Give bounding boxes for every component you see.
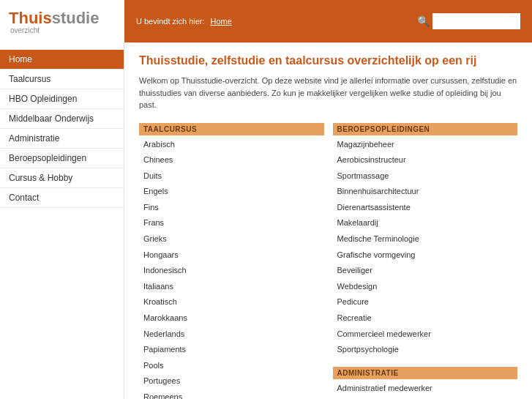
section-header: TAALCURSUS (139, 123, 324, 135)
list-item[interactable]: Administratief medewerker (333, 381, 518, 397)
logo-sub: overzicht (10, 26, 99, 34)
page-title: Thuisstudie, zelfstudie en taalcursus ov… (139, 54, 517, 67)
search-input[interactable] (432, 13, 520, 29)
columns: TAALCURSUSArabischChineesDuitsEngelsFins… (139, 123, 517, 400)
sidebar-item-beroepsopleidingen[interactable]: Beroepsopleidingen (0, 149, 124, 168)
list-item[interactable]: Arabisch (139, 137, 324, 153)
list-item[interactable]: Marokkaans (139, 310, 324, 327)
content-area: Thuisstudie, zelfstudie en taalcursus ov… (124, 42, 532, 399)
section-header: ADMINISTRATIE (333, 367, 518, 379)
section-header: BEROEPSOPLEIDINGEN (333, 123, 518, 135)
list-item[interactable]: Frans (139, 215, 324, 231)
list-item[interactable]: Chinees (139, 152, 324, 168)
sidebar-item-hbo-opleidingen[interactable]: HBO Opleidingen (0, 89, 124, 109)
list-item[interactable]: Engels (139, 184, 324, 200)
list-item[interactable]: Binnenhuisarchitectuur (333, 184, 518, 200)
list-item[interactable]: Grieks (139, 231, 324, 247)
list-item[interactable]: Papiaments (139, 342, 324, 358)
sidebar-item-cursus--hobby[interactable]: Cursus & Hobby (0, 168, 124, 188)
list-item[interactable]: Recreatie (333, 310, 518, 327)
logo-area: Thuisstudie overzicht (0, 0, 124, 42)
list-item[interactable]: Hongaars (139, 247, 324, 264)
right-column: BEROEPSOPLEIDINGENMagazijnbeheerAerobics… (333, 123, 518, 400)
list-item[interactable]: Makelaardij (333, 215, 518, 231)
list-item[interactable]: Grafische vormgeving (333, 247, 518, 264)
list-item[interactable]: Nederlands (139, 327, 324, 343)
list-item[interactable]: Webdesign (333, 279, 518, 295)
sidebar-item-middelbaar-onderwijs[interactable]: Middelbaar Onderwijs (0, 109, 124, 129)
list-item[interactable]: Pools (139, 358, 324, 374)
section-administratie: ADMINISTRATIEAdministratief medewerker (333, 367, 518, 397)
header-right: U bevindt zich hier: Home 🔍 (124, 0, 532, 42)
list-item[interactable]: Sportpsychologie (333, 342, 518, 358)
list-item[interactable]: Italiaans (139, 279, 324, 295)
logo-main: Thuisstudie (9, 9, 99, 27)
list-item[interactable]: Duits (139, 168, 324, 184)
list-item[interactable]: Pedicure (333, 294, 518, 310)
sidebar-item-home[interactable]: Home (0, 50, 124, 70)
sidebar-item-contact[interactable]: Contact (0, 188, 124, 208)
sidebar: HomeTaalcursusHBO OpleidingenMiddelbaar … (0, 42, 124, 399)
list-item[interactable]: Magazijnbeheer (333, 137, 518, 153)
list-item[interactable]: Fins (139, 200, 324, 216)
list-item[interactable]: Portugees (139, 373, 324, 389)
left-column: TAALCURSUSArabischChineesDuitsEngelsFins… (139, 123, 324, 400)
search-icon: 🔍 (417, 15, 430, 27)
sidebar-item-administratie[interactable]: Administratie (0, 129, 124, 149)
section-beroepsopleidingen: BEROEPSOPLEIDINGENMagazijnbeheerAerobics… (333, 123, 518, 358)
list-item[interactable]: Dierenartsassistente (333, 200, 518, 216)
list-item[interactable]: Beveiliger (333, 263, 518, 279)
main-layout: HomeTaalcursusHBO OpleidingenMiddelbaar … (0, 42, 532, 399)
intro-text: Welkom op Thuisstudie-overzicht. Op deze… (139, 75, 517, 111)
list-item[interactable]: Aerobicsinstructeur (333, 152, 518, 168)
section-taalcursus: TAALCURSUSArabischChineesDuitsEngelsFins… (139, 123, 324, 400)
header: Thuisstudie overzicht U bevindt zich hie… (0, 0, 532, 42)
list-item[interactable]: Sportmassage (333, 168, 518, 184)
list-item[interactable]: Kroatisch (139, 294, 324, 310)
list-item[interactable]: Roemeens (139, 389, 324, 399)
list-item[interactable]: Commercieel medewerker (333, 327, 518, 343)
sidebar-item-taalcursus[interactable]: Taalcursus (0, 70, 124, 89)
list-item[interactable]: Indonesisch (139, 263, 324, 279)
list-item[interactable]: Medische Terminologie (333, 231, 518, 247)
search-area: 🔍 (417, 13, 520, 29)
breadcrumb-prefix: U bevindt zich hier: (136, 17, 205, 26)
breadcrumb-home-link[interactable]: Home (211, 17, 232, 26)
